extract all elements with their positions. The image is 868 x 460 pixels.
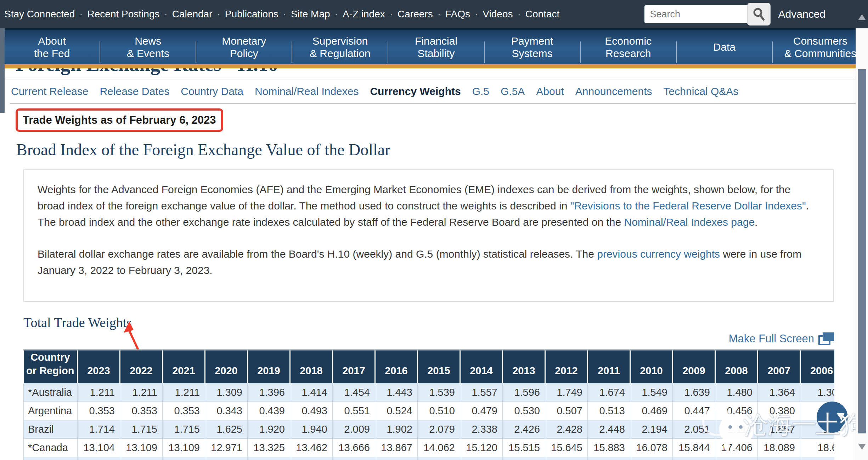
country-cell: Argentina [24, 402, 78, 420]
make-full-screen-link[interactable]: Make Full Screen [729, 332, 834, 345]
separator-dot: · [217, 9, 220, 20]
col-header-year-2016: 2016 [375, 350, 418, 383]
utility-link-calendar[interactable]: Calendar [172, 9, 213, 20]
fullscreen-icon [818, 332, 834, 345]
value-cell-2017: 1.454 [333, 383, 375, 402]
tabs-divider [10, 103, 856, 104]
tab-currency-weights[interactable]: Currency Weights [370, 85, 461, 97]
value-cell-2018: 13.462 [290, 439, 333, 457]
section-tabs: Current ReleaseRelease DatesCountry Data… [0, 80, 856, 103]
separator-dot: · [283, 9, 286, 20]
value-cell-2016: 0.524 [375, 402, 418, 420]
nav-item-financial-stability[interactable]: FinancialStability [388, 30, 484, 64]
make-full-screen-label: Make Full Screen [729, 332, 814, 345]
utility-link-contact[interactable]: Contact [525, 9, 560, 20]
empty-cell [800, 457, 835, 460]
value-cell-2015: 14.062 [418, 439, 460, 457]
tab-about[interactable]: About [536, 85, 564, 97]
value-cell-2020: 1.309 [205, 383, 248, 402]
advanced-search-link[interactable]: Advanced [778, 8, 825, 20]
col-header-year-2023: 2023 [78, 350, 120, 383]
inline-link[interactable]: Nominal/Real Indexes page [624, 216, 755, 228]
col-header-year-2014: 2014 [460, 350, 503, 383]
scrollbar-up-arrow[interactable] [858, 14, 866, 20]
value-cell-2021: 0.353 [163, 402, 205, 420]
empty-cell [205, 457, 248, 460]
scrollbar-down-arrow[interactable] [858, 444, 866, 450]
utility-link-careers[interactable]: Careers [398, 9, 433, 20]
empty-cell [333, 457, 375, 460]
empty-cell [120, 457, 163, 460]
value-cell-2014: 0.479 [460, 402, 503, 420]
search-button[interactable] [747, 3, 771, 26]
tab-country-data[interactable]: Country Data [181, 85, 243, 97]
table-row-partial [24, 457, 835, 460]
utility-link-a-z-index[interactable]: A-Z index [343, 9, 385, 20]
value-cell-2011: 15.883 [588, 439, 630, 457]
nav-item-economic-research[interactable]: EconomicResearch [581, 30, 676, 64]
tab-g-5[interactable]: G.5 [472, 85, 489, 97]
value-cell-2009: 1.639 [673, 383, 715, 402]
value-cell-2017: 2.009 [333, 420, 375, 439]
col-header-country: Country or Region [24, 350, 78, 383]
paragraph-text: Bilateral dollar exchange rates are avai… [38, 248, 597, 260]
tab-release-dates[interactable]: Release Dates [100, 85, 169, 97]
separator-dot: · [517, 9, 520, 20]
paragraph-text: . [755, 216, 757, 228]
value-cell-2010: 2.194 [630, 420, 673, 439]
tab-technical-q-as[interactable]: Technical Q&As [664, 85, 739, 97]
col-header-year-2015: 2015 [418, 350, 460, 383]
tab-announcements[interactable]: Announcements [575, 85, 652, 97]
tab-nominal-real-indexes[interactable]: Nominal/Real Indexes [255, 85, 359, 97]
utility-link-site-map[interactable]: Site Map [291, 9, 330, 20]
annotation-text: Trade Weights as of February 6, 2023 [23, 114, 216, 127]
separator-dot: · [390, 9, 393, 20]
utility-link-stay-connected[interactable]: Stay Connected [4, 9, 75, 20]
separator-dot: · [79, 9, 83, 20]
value-cell-2020: 1.625 [205, 420, 248, 439]
nav-item-payment-systems[interactable]: PaymentSystems [485, 30, 580, 64]
utility-link-videos[interactable]: Videos [483, 9, 513, 20]
empty-cell [248, 457, 290, 460]
empty-cell [418, 457, 460, 460]
intro-box: Weights for the Advanced Foreign Economi… [23, 169, 834, 302]
inline-link[interactable]: "Revisions to the Federal Reserve Dollar… [570, 200, 806, 212]
value-cell-2012: 15.645 [545, 439, 588, 457]
value-cell-2013: 15.515 [503, 439, 545, 457]
utility-link-publications[interactable]: Publications [225, 9, 278, 20]
value-cell-2006: 1.30 [800, 383, 835, 402]
col-header-year-2022: 2022 [120, 350, 163, 383]
value-cell-2022: 1.715 [120, 420, 163, 439]
empty-cell [460, 457, 503, 460]
value-cell-2023: 1.714 [78, 420, 120, 439]
nav-item-supervision-regulation[interactable]: Supervision& Regulation [292, 30, 388, 64]
value-cell-2009: 15.844 [673, 439, 715, 457]
empty-cell [78, 457, 120, 460]
utility-link-faqs[interactable]: FAQs [445, 9, 470, 20]
tab-current-release[interactable]: Current Release [11, 85, 88, 97]
col-header-year-2020: 2020 [205, 350, 248, 383]
search-input[interactable] [644, 5, 749, 23]
separator-dot: · [335, 9, 338, 20]
separator-dot: · [475, 9, 478, 20]
nav-item-consumers-communities[interactable]: Consumers& Communities [773, 30, 868, 64]
broad-index-heading: Broad Index of the Foreign Exchange Valu… [16, 140, 390, 159]
utility-link-recent-postings[interactable]: Recent Postings [88, 9, 160, 20]
nav-item-news-events[interactable]: News& Events [100, 30, 196, 64]
nav-item-monetary-policy[interactable]: MonetaryPolicy [196, 30, 292, 64]
nav-item-data[interactable]: Data [677, 30, 772, 64]
tab-g-5a[interactable]: G.5A [501, 85, 525, 97]
trade-weights-table-container[interactable]: Country or Region20232022202120202019201… [23, 349, 834, 460]
trade-weights-table: Country or Region20232022202120202019201… [23, 350, 834, 460]
value-cell-2008: 1.480 [715, 383, 758, 402]
search-icon [753, 7, 765, 21]
scrollbar-thumb[interactable] [858, 69, 866, 433]
inline-link[interactable]: previous currency weights [597, 248, 720, 260]
value-cell-2023: 0.353 [78, 402, 120, 420]
intro-paragraph-1: Weights for the Advanced Foreign Economi… [38, 181, 820, 230]
country-cell: *Australia [24, 383, 78, 402]
watermark-text: 沧海一土狗 [743, 408, 864, 442]
value-cell-2017: 13.666 [333, 439, 375, 457]
nav-item-about-the-fed[interactable]: Aboutthe Fed [4, 30, 100, 64]
value-cell-2016: 1.902 [375, 420, 418, 439]
